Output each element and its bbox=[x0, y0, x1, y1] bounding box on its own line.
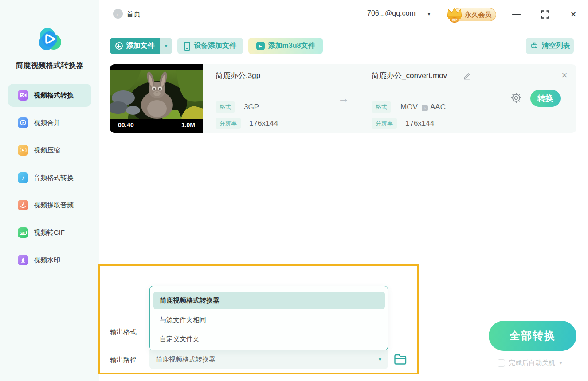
caret-down-icon: ▼ bbox=[164, 43, 169, 48]
convert-button[interactable]: 转换 bbox=[530, 90, 561, 107]
add-from-device-button[interactable]: 设备添加文件 bbox=[177, 38, 243, 54]
audio-codec-icon: ♪ bbox=[422, 105, 428, 111]
note-glyph: ♪ bbox=[22, 175, 25, 181]
sidebar-item-video-merge[interactable]: 视频合并 bbox=[8, 111, 91, 134]
sidebar-item-label: 视频转GIF bbox=[34, 229, 65, 237]
app-title: 简鹿视频格式转换器 bbox=[0, 60, 99, 70]
close-window-button[interactable]: × bbox=[567, 8, 580, 20]
sidebar-item-video-compress[interactable]: 视频压缩 bbox=[8, 139, 91, 162]
clear-list-button[interactable]: 清空列表 bbox=[526, 38, 574, 54]
gif-icon-label: GIF bbox=[20, 231, 27, 235]
output-audio-value: AAC bbox=[430, 103, 446, 112]
play-glyph: ▶ bbox=[259, 44, 262, 48]
source-resolution-value: 176x144 bbox=[249, 119, 278, 128]
format-tag: 格式 bbox=[216, 101, 235, 113]
sidebar-item-label: 音频格式转换 bbox=[34, 174, 74, 182]
shutdown-checkbox[interactable] bbox=[498, 359, 505, 367]
video-thumbnail[interactable]: 00:40 1.0M bbox=[110, 64, 203, 133]
format-tag: 格式 bbox=[372, 101, 391, 113]
output-path-value: 简鹿视频格式转换器 bbox=[156, 355, 216, 364]
sidebar-item-audio-format-convert[interactable]: ♪ 音频格式转换 bbox=[8, 166, 91, 189]
settings-gear-icon[interactable] bbox=[510, 92, 522, 104]
video-filesize: 1.0M bbox=[181, 121, 195, 128]
note-glyph: ♪ bbox=[424, 106, 426, 110]
video-compress-icon bbox=[18, 145, 28, 156]
browse-folder-icon[interactable] bbox=[394, 353, 407, 365]
add-m3u8-button[interactable]: ▶ 添加m3u8文件 bbox=[248, 38, 323, 54]
sidebar-item-video-to-gif[interactable]: GIF 视频转GIF bbox=[8, 221, 91, 244]
output-path-dropdown: 简鹿视频格式转换器 与源文件夹相同 自定义文件夹 bbox=[149, 286, 388, 350]
app-window: 简鹿视频格式转换器 视频格式转换 视频合并 视频压缩 bbox=[0, 0, 588, 381]
audio-convert-icon: ♪ bbox=[18, 172, 28, 183]
account-caret-icon[interactable]: ▼ bbox=[427, 12, 431, 16]
remove-file-button[interactable]: × bbox=[559, 70, 570, 81]
output-file-name: 简鹿办公_convert.mov bbox=[372, 70, 447, 81]
sidebar-item-video-watermark[interactable]: 视频水印 bbox=[8, 249, 91, 272]
back-button[interactable]: ← bbox=[113, 9, 123, 19]
m3u8-file-icon: ▶ bbox=[256, 42, 265, 50]
shutdown-caret-icon[interactable]: ▼ bbox=[559, 361, 563, 365]
gif-icon: GIF bbox=[18, 227, 28, 238]
file-row: 00:40 1.0M 简鹿办公.3gp 格式 3GP 分辨率 176x144 →… bbox=[110, 64, 576, 133]
broom-icon bbox=[530, 42, 539, 51]
dropdown-option-app-folder[interactable]: 简鹿视频格式转换器 bbox=[153, 292, 385, 309]
add-m3u8-label: 添加m3u8文件 bbox=[268, 41, 315, 51]
minimize-button[interactable] bbox=[510, 8, 522, 20]
sidebar-menu: 视频格式转换 视频合并 视频压缩 ♪ 音频格式转换 bbox=[0, 84, 99, 276]
edit-name-icon[interactable] bbox=[463, 72, 471, 80]
sidebar-item-label: 视频水印 bbox=[34, 256, 60, 264]
output-resolution-value: 176x144 bbox=[405, 119, 434, 128]
svg-text:VIP: VIP bbox=[452, 19, 457, 22]
extract-audio-icon bbox=[18, 200, 28, 210]
resolution-tag: 分辨率 bbox=[216, 118, 241, 129]
shutdown-after-row: 完成后自动关机 ▼ bbox=[498, 359, 563, 367]
page-title: 首页 bbox=[126, 10, 141, 19]
sidebar-item-extract-audio[interactable]: 视频提取音频 bbox=[8, 194, 91, 217]
vip-badge[interactable]: 永久会员 VIP bbox=[445, 5, 496, 23]
close-icon: × bbox=[570, 8, 576, 20]
output-path-select[interactable]: 简鹿视频格式转换器 ▼ bbox=[149, 350, 388, 369]
minimize-icon bbox=[512, 14, 521, 15]
plus-icon bbox=[115, 42, 123, 50]
shutdown-label: 完成后自动关机 bbox=[509, 359, 555, 367]
back-arrow-icon: ← bbox=[115, 11, 121, 17]
maximize-button[interactable] bbox=[539, 8, 551, 20]
source-file-name: 简鹿办公.3gp bbox=[216, 70, 260, 81]
video-duration: 00:40 bbox=[118, 121, 134, 128]
account-email[interactable]: 706...@qq.com bbox=[367, 9, 416, 17]
resolution-tag: 分辨率 bbox=[372, 118, 397, 129]
sidebar-item-label: 视频格式转换 bbox=[34, 91, 74, 100]
app-logo-icon bbox=[36, 26, 63, 53]
close-icon: × bbox=[562, 70, 568, 81]
maximize-icon bbox=[541, 10, 549, 19]
dropdown-option-same-as-source[interactable]: 与源文件夹相同 bbox=[153, 311, 385, 329]
output-path-label: 输出路径 bbox=[110, 356, 137, 364]
vip-crown-icon: VIP bbox=[445, 5, 464, 23]
sidebar-item-label: 视频提取音频 bbox=[34, 201, 74, 210]
sidebar-item-label: 视频压缩 bbox=[34, 146, 60, 155]
convert-all-button[interactable]: 全部转换 bbox=[489, 321, 576, 351]
sidebar-item-video-format-convert[interactable]: 视频格式转换 bbox=[8, 84, 91, 107]
select-caret-icon: ▼ bbox=[378, 357, 382, 362]
add-file-dropdown-button[interactable]: ▼ bbox=[160, 38, 172, 54]
output-format-value: MOV bbox=[400, 103, 418, 112]
sidebar: 简鹿视频格式转换器 视频格式转换 视频合并 视频压缩 bbox=[0, 0, 99, 381]
source-format-value: 3GP bbox=[244, 103, 259, 112]
output-format-label: 输出格式 bbox=[110, 328, 137, 336]
video-merge-icon bbox=[18, 117, 28, 128]
clear-list-label: 清空列表 bbox=[542, 41, 570, 51]
convert-arrow-icon: → bbox=[338, 92, 349, 105]
video-convert-icon bbox=[18, 90, 28, 101]
watermark-icon bbox=[18, 255, 28, 265]
sidebar-item-label: 视频合并 bbox=[34, 119, 60, 127]
dropdown-option-custom-folder[interactable]: 自定义文件夹 bbox=[153, 330, 385, 348]
add-from-device-label: 设备添加文件 bbox=[194, 41, 236, 51]
add-file-button[interactable]: 添加文件 bbox=[110, 38, 160, 54]
add-file-label: 添加文件 bbox=[126, 41, 155, 51]
phone-icon bbox=[184, 42, 190, 51]
